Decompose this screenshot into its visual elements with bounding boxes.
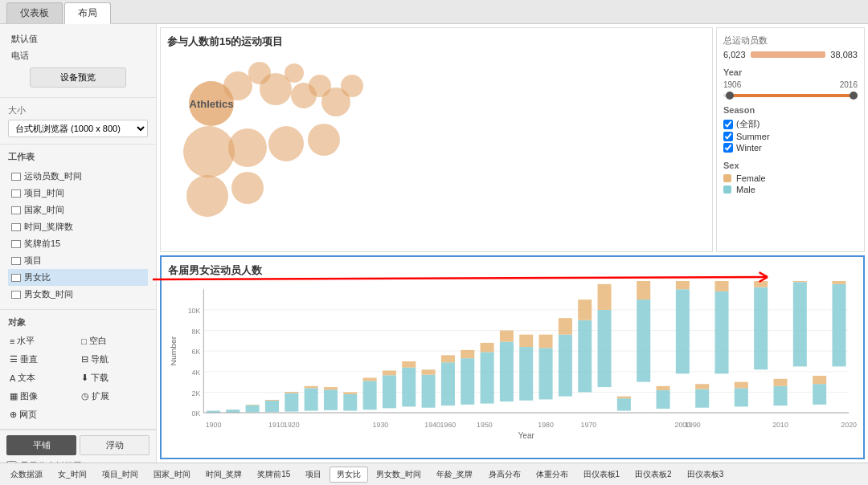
svg-rect-21 (285, 392, 298, 393)
bottom-tab[interactable]: 田仪表板2 (628, 467, 679, 483)
object-item[interactable]: ⊟导航 (80, 352, 148, 367)
year-slider-thumb-left[interactable] (726, 92, 734, 100)
svg-rect-18 (265, 401, 279, 412)
tab-layout[interactable]: 布局 (64, 2, 111, 24)
device-preview-button[interactable]: 设备预览 (30, 67, 126, 88)
svg-rect-50 (578, 320, 592, 393)
svg-rect-61 (676, 281, 690, 289)
size-title: 大小 (8, 104, 148, 116)
svg-rect-44 (519, 347, 533, 401)
sidebar-worksheet-section: 工作表 运动员数_时间项目_时间国家_时间时间_奖牌数奖牌前15项目男女比男女数… (0, 145, 156, 310)
object-icon: ⬇ (81, 373, 88, 383)
bottom-tab[interactable]: 女_时间 (51, 467, 94, 483)
bottom-tab[interactable]: 田仪表板3 (680, 467, 731, 483)
bar-chart-title: 各届男女运动员人数 (168, 263, 857, 278)
bottom-tab[interactable]: 奖牌前15 (250, 467, 297, 483)
object-item[interactable]: ⬇下载 (80, 370, 148, 385)
object-item[interactable]: ▦图像 (8, 389, 76, 404)
worksheet-item[interactable]: 男女数_时间 (8, 286, 148, 303)
season-checkbox[interactable] (723, 132, 733, 141)
filter-panel: 总运动员数 6,023 38,083 Year 1906 2016 (716, 27, 865, 252)
svg-rect-56 (637, 300, 650, 382)
bubble (341, 75, 363, 97)
svg-rect-76 (832, 284, 845, 367)
svg-text:1950: 1950 (477, 420, 493, 428)
svg-rect-35 (422, 369, 436, 374)
phone-item[interactable]: 电话 (8, 47, 148, 64)
worksheet-item[interactable]: 奖牌前15 (8, 235, 148, 252)
bottom-tab[interactable]: 男女比 (330, 467, 368, 483)
sex-color-swatch (723, 185, 731, 194)
svg-rect-51 (578, 300, 592, 320)
bubble (285, 63, 304, 83)
worksheet-item[interactable]: 项目_时间 (8, 185, 148, 202)
svg-rect-43 (500, 331, 514, 342)
bottom-controls: 平铺 浮动 显示仪表板标题 (0, 430, 156, 463)
bottom-tab[interactable]: 年龄_奖牌 (429, 467, 481, 483)
worksheet-item[interactable]: 男女比 (8, 269, 148, 286)
bottom-tab[interactable]: 身高分布 (481, 467, 528, 483)
svg-rect-24 (324, 389, 338, 410)
svg-rect-40 (481, 352, 494, 403)
bottom-tab[interactable]: 体重分布 (529, 467, 575, 483)
bottom-tab[interactable]: 众数据源 (3, 467, 50, 483)
year-range: 1906 2016 (723, 80, 858, 89)
season-checkbox[interactable] (723, 120, 733, 129)
svg-rect-27 (343, 392, 357, 394)
object-item[interactable]: A文本 (8, 370, 76, 385)
svg-rect-63 (695, 384, 709, 389)
svg-text:1940: 1940 (424, 420, 440, 428)
svg-rect-53 (598, 284, 612, 310)
bottom-tab[interactable]: 国家_时间 (146, 467, 198, 483)
year-slider-track[interactable] (723, 94, 858, 97)
object-item[interactable]: ≡水平 (8, 333, 76, 348)
year-slider-thumb-right[interactable] (850, 92, 858, 100)
svg-text:1910: 1910 (268, 420, 285, 428)
svg-rect-29 (363, 378, 377, 381)
bar-chart-panel: 各届男女运动员人数 0K2K4K6K8K10KNumber19001910192… (160, 255, 865, 459)
object-item[interactable]: □空白 (80, 333, 148, 348)
tab-dashboard[interactable]: 仪表板 (6, 2, 63, 23)
bottom-tab[interactable]: 田仪表板1 (576, 467, 628, 483)
bar-chart-svg: 0K2K4K6K8K10KNumber190019101920193019401… (168, 281, 857, 442)
bottom-tab[interactable]: 男女数_时间 (369, 467, 428, 483)
worksheet-title: 工作表 (8, 151, 148, 163)
object-item[interactable]: ◷扩展 (80, 389, 148, 404)
size-select[interactable]: 台式机浏览器 (1000 x 800) (8, 120, 148, 137)
object-label: 网页 (19, 409, 37, 421)
defaults-item[interactable]: 默认值 (8, 31, 148, 47)
bubble (183, 126, 235, 177)
svg-rect-30 (383, 375, 396, 408)
bottom-tab[interactable]: 时间_奖牌 (199, 467, 250, 483)
sidebar-objects-section: 对象 ≡水平□空白☰垂直⊟导航A文本⬇下载▦图像◷扩展⊕网页 (0, 310, 156, 430)
svg-rect-74 (813, 384, 826, 405)
svg-text:1960: 1960 (440, 420, 457, 428)
bottom-tab[interactable]: 项目 (298, 467, 329, 483)
svg-rect-36 (441, 362, 455, 406)
svg-rect-31 (383, 371, 396, 376)
year-slider-fill (726, 94, 858, 97)
svg-rect-33 (402, 361, 416, 368)
layout-flat-btn[interactable]: 平铺 (6, 435, 76, 455)
worksheet-item[interactable]: 项目 (8, 252, 148, 269)
phone-label: 电话 (11, 50, 29, 62)
svg-rect-42 (500, 342, 514, 401)
object-item[interactable]: ☰垂直 (8, 352, 76, 367)
object-item[interactable]: ⊕网页 (8, 407, 76, 422)
worksheet-item[interactable]: 运动员数_时间 (8, 168, 148, 185)
svg-rect-28 (363, 381, 377, 410)
svg-text:4K: 4K (192, 369, 201, 377)
worksheet-item[interactable]: 国家_时间 (8, 202, 148, 218)
svg-rect-37 (441, 355, 455, 362)
bottom-tabbar: 众数据源女_时间项目_时间国家_时间时间_奖牌奖牌前15项目男女比男女数_时间年… (0, 463, 868, 485)
layout-float-btn[interactable]: 浮动 (80, 435, 149, 455)
object-label: 水平 (17, 335, 35, 347)
worksheet-item[interactable]: 时间_奖牌数 (8, 218, 148, 235)
sex-color-swatch (723, 174, 731, 182)
bubble-chart-area: Athletics (167, 55, 706, 240)
season-checkbox[interactable] (723, 143, 733, 153)
svg-rect-73 (793, 281, 807, 282)
object-label: 文本 (18, 372, 35, 384)
bottom-tab[interactable]: 项目_时间 (95, 467, 146, 483)
object-icon: □ (81, 336, 87, 346)
